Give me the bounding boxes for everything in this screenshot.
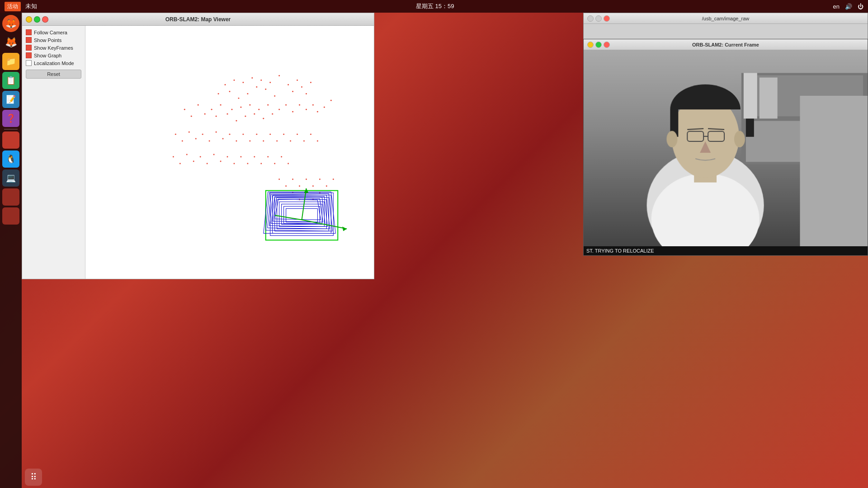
svg-point-64 <box>290 141 291 142</box>
svg-point-48 <box>182 141 183 142</box>
dock-terminal[interactable]: 💻 <box>2 169 19 187</box>
show-graph-item[interactable]: Show Graph <box>26 52 81 58</box>
svg-point-11 <box>269 82 271 83</box>
svg-point-92 <box>312 185 314 187</box>
svg-point-6 <box>238 98 239 99</box>
cf-win-controls <box>587 42 610 48</box>
svg-point-42 <box>306 109 307 110</box>
usb-close[interactable] <box>604 15 610 22</box>
svg-point-52 <box>209 141 210 142</box>
usb-maximize[interactable] <box>595 15 602 22</box>
dock-help[interactable]: ❓ <box>2 110 19 127</box>
svg-point-76 <box>220 160 222 162</box>
datetime-label: 星期五 15：59 <box>416 2 454 10</box>
svg-point-83 <box>267 156 269 157</box>
svg-point-87 <box>278 178 280 180</box>
svg-point-69 <box>173 156 174 157</box>
top-bar: 活动 未知 星期五 15：59 en 🔊 ⏻ <box>0 0 868 13</box>
svg-point-5 <box>251 77 253 79</box>
usb-cam-window: /usb_cam/image_raw <box>583 13 868 41</box>
follow-camera-item[interactable]: Follow Camera <box>26 29 81 35</box>
svg-point-27 <box>227 113 228 115</box>
svg-point-65 <box>297 134 298 135</box>
localization-mode-checkbox[interactable] <box>26 60 32 66</box>
map-close-btn[interactable] <box>42 16 48 23</box>
dock-firefox[interactable]: 🦊 <box>2 34 19 51</box>
dock-text[interactable]: 📝 <box>2 91 19 108</box>
desktop: 🦊 🦊 📁 📋 📝 ❓ 🐧 💻 /usb_cam/image_raw C <box>0 13 868 488</box>
show-points-label: Show Points <box>34 38 61 43</box>
dock-block3[interactable] <box>2 207 19 225</box>
lang-indicator[interactable]: en <box>833 3 840 10</box>
ubuntu-icon[interactable]: 🦊 <box>2 15 19 32</box>
svg-point-40 <box>292 111 293 113</box>
svg-point-14 <box>288 84 289 85</box>
svg-point-54 <box>222 138 224 140</box>
svg-point-29 <box>236 120 237 122</box>
dock-notes[interactable]: 📋 <box>2 72 19 89</box>
svg-point-25 <box>216 116 217 117</box>
svg-point-15 <box>292 91 293 92</box>
face-canvas <box>584 50 868 246</box>
usb-minimize[interactable] <box>587 15 594 22</box>
show-keyframes-label: Show KeyFrames <box>34 45 73 51</box>
keyframes <box>264 188 347 240</box>
svg-point-35 <box>263 118 264 119</box>
svg-point-2 <box>229 91 231 92</box>
svg-point-70 <box>179 163 181 164</box>
cf-maximize-btn[interactable] <box>595 42 602 48</box>
follow-camera-checkbox[interactable] <box>26 29 32 35</box>
cf-minimize-btn[interactable] <box>587 42 594 48</box>
svg-point-8 <box>256 86 257 88</box>
svg-point-84 <box>274 163 275 164</box>
svg-point-36 <box>267 104 269 106</box>
show-keyframes-item[interactable]: Show KeyFrames <box>26 45 81 51</box>
show-points-item[interactable]: Show Points <box>26 37 81 43</box>
activity-label[interactable]: 活动 <box>5 2 21 11</box>
dock-separator <box>4 129 18 130</box>
dock-block2[interactable] <box>2 188 19 206</box>
svg-point-4 <box>218 93 219 94</box>
map-minimize-btn[interactable] <box>26 16 32 23</box>
svg-point-75 <box>213 154 215 155</box>
svg-point-13 <box>278 75 280 76</box>
svg-point-41 <box>299 104 300 106</box>
svg-point-67 <box>310 134 311 135</box>
show-apps-button[interactable]: ⠿ <box>25 469 42 486</box>
svg-point-61 <box>269 134 271 135</box>
svg-point-81 <box>254 156 255 157</box>
svg-point-21 <box>191 116 192 117</box>
map-viewer-window: ORB-SLAM2: Map Viewer Follow Camera Show… <box>22 13 374 279</box>
dock-files[interactable]: 📁 <box>2 53 19 70</box>
show-points-checkbox[interactable] <box>26 37 32 43</box>
localization-mode-item[interactable]: Localization Mode <box>26 60 81 66</box>
localization-mode-label: Localization Mode <box>34 61 74 66</box>
map-canvas <box>85 26 374 279</box>
volume-icon[interactable]: 🔊 <box>845 3 852 10</box>
power-icon[interactable]: ⏻ <box>858 3 863 10</box>
svg-marker-115 <box>273 198 323 222</box>
svg-point-3 <box>242 82 244 83</box>
svg-point-78 <box>233 163 235 164</box>
follow-camera-label: Follow Camera <box>34 30 67 35</box>
svg-point-34 <box>258 109 259 110</box>
dock-qq[interactable]: 🐧 <box>2 150 19 168</box>
map-maximize-btn[interactable] <box>34 16 40 23</box>
reset-button[interactable]: Reset <box>26 70 81 79</box>
status-text: ST. TRYING TO RELOCALIZE <box>586 248 654 253</box>
svg-point-93 <box>319 178 321 180</box>
top-bar-left: 活动 未知 <box>5 2 37 11</box>
svg-point-66 <box>303 141 305 142</box>
svg-point-50 <box>195 138 197 140</box>
svg-point-38 <box>278 109 280 110</box>
svg-point-18 <box>306 93 307 94</box>
map-viewer-content: Follow Camera Show Points Show KeyFrames… <box>22 26 374 279</box>
svg-point-73 <box>200 156 201 157</box>
show-keyframes-checkbox[interactable] <box>26 45 32 51</box>
dock-block1[interactable] <box>2 131 19 149</box>
svg-point-20 <box>184 109 185 110</box>
cf-close-btn[interactable] <box>604 42 610 48</box>
svg-point-85 <box>281 156 282 157</box>
show-graph-checkbox[interactable] <box>26 52 32 58</box>
svg-point-72 <box>193 160 194 162</box>
